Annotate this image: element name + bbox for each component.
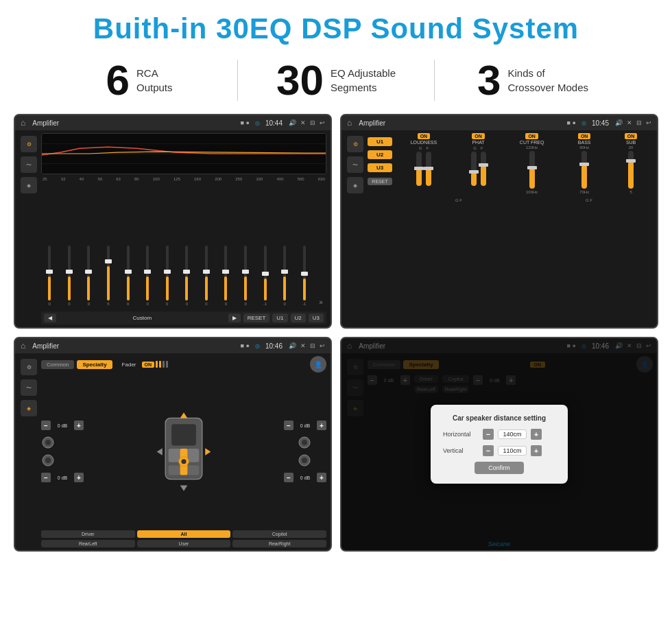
loudness-f-slider[interactable]	[426, 152, 431, 186]
eq-u2-btn[interactable]: U2	[291, 314, 306, 322]
distance-dialog: Car speaker distance setting Horizontal …	[431, 405, 568, 484]
loudness-g-slider[interactable]	[416, 152, 422, 186]
fader-fl-minus[interactable]: −	[41, 421, 51, 430]
eq-slider-6[interactable]: 0	[139, 246, 156, 306]
eq-reset-btn[interactable]: RESET	[243, 314, 270, 322]
fader-rr-plus[interactable]: +	[317, 473, 326, 482]
eq-slider-11[interactable]: 0	[237, 246, 254, 306]
dialog-horizontal-minus[interactable]: −	[483, 429, 494, 440]
fader-inner: ⚙ 〜 ◈ Common Specialty Fader ON	[19, 356, 326, 547]
xover-time: 10:45	[592, 119, 609, 127]
phat-g-slider[interactable]	[471, 152, 477, 186]
eq-expand-icon[interactable]: »	[315, 298, 326, 306]
fader-fl-row: − 0 dB +	[41, 421, 84, 430]
xover-reset-btn[interactable]: RESET	[368, 178, 392, 185]
fader-all-btn[interactable]: All	[137, 530, 231, 538]
eq-slider-12[interactable]: -1	[256, 246, 274, 306]
bass-on-badge[interactable]: ON	[578, 133, 591, 139]
eq-slider-9[interactable]: 0	[198, 246, 215, 306]
fader-rl-plus[interactable]: +	[74, 473, 84, 482]
eq-next-btn[interactable]: ▶	[228, 314, 241, 322]
fader-rl-minus[interactable]: −	[41, 473, 51, 482]
eq-prev-btn[interactable]: ◀	[44, 314, 56, 322]
xover-bass-col: ON BASS 90Hz 70Hz	[578, 133, 591, 194]
fader-eq-icon[interactable]: ⚙	[21, 359, 37, 375]
fader-wave-icon[interactable]: 〜	[21, 379, 37, 396]
eq-slider-2[interactable]: 0	[61, 246, 78, 306]
fader-home-icon[interactable]: ⌂	[21, 341, 25, 351]
xover-wave-icon[interactable]: 〜	[347, 156, 363, 173]
eq-x-icon[interactable]: ✕	[300, 119, 306, 126]
dialog-overlay: Car speaker distance setting Horizontal …	[341, 338, 657, 550]
eq-minimize-icon[interactable]: ⊟	[310, 119, 315, 126]
dialog-vertical-label: Vertical	[443, 447, 479, 454]
fader-balance-icon[interactable]: ◈	[21, 400, 37, 416]
fader-fl-plus[interactable]: +	[74, 421, 84, 430]
eq-home-icon[interactable]: ⌂	[21, 118, 25, 128]
fader-sidebar: ⚙ 〜 ◈	[19, 356, 38, 547]
eq-slider-3[interactable]: 0	[80, 246, 97, 306]
eq-slider-10[interactable]: 0	[217, 246, 235, 306]
fader-copilot-btn[interactable]: Copilot	[232, 530, 326, 538]
sub-label: SUB	[626, 140, 636, 145]
xover-location-icon: ◎	[581, 120, 586, 126]
loudness-on-badge[interactable]: ON	[418, 133, 431, 139]
xover-u2-btn[interactable]: U2	[368, 150, 392, 159]
xover-u3-btn[interactable]: U3	[368, 163, 392, 172]
fader-x-icon[interactable]: ✕	[300, 342, 306, 349]
eq-slider-8[interactable]: 0	[178, 246, 195, 306]
dialog-horizontal-plus[interactable]: +	[531, 429, 542, 440]
fader-driver-btn[interactable]: Driver	[41, 530, 135, 538]
freq-25: 25	[43, 177, 47, 181]
fader-profile-icon[interactable]: 👤	[310, 356, 326, 373]
eq-u3-btn[interactable]: U3	[309, 314, 324, 322]
eq-slider-13[interactable]: 0	[276, 246, 293, 306]
fader-rr-minus[interactable]: −	[284, 473, 293, 482]
sub-slider[interactable]	[628, 151, 634, 189]
eq-slider-14[interactable]: -1	[296, 246, 313, 306]
sub-on-badge[interactable]: ON	[625, 133, 638, 139]
eq-u1-btn[interactable]: U1	[272, 314, 287, 322]
eq-slider-5[interactable]: 0	[119, 246, 136, 306]
xover-x-icon[interactable]: ✕	[627, 119, 632, 126]
xover-eq-icon[interactable]: ⚙	[347, 136, 363, 152]
fader-rearright-btn[interactable]: RearRight	[232, 540, 326, 547]
xover-loudness-col: ON LOUDNESS G F	[411, 133, 437, 194]
bass-slider[interactable]	[581, 151, 587, 189]
dialog-vertical-minus[interactable]: −	[483, 445, 494, 456]
fader-fr-plus[interactable]: +	[317, 421, 326, 430]
dialog-vertical-plus[interactable]: +	[531, 445, 542, 456]
fader-back-icon[interactable]: ↩	[320, 342, 325, 349]
xover-u1-btn[interactable]: U1	[368, 137, 392, 146]
eq-slider-1[interactable]: 0	[41, 246, 58, 306]
xover-back-icon[interactable]: ↩	[646, 119, 651, 126]
eq-sidebar-eq-btn[interactable]: ⚙	[21, 136, 37, 152]
fader-specialty-tab[interactable]: Specialty	[77, 360, 112, 369]
fader-fr-minus[interactable]: −	[284, 421, 293, 430]
cutfreq-slider-area: 120Hz 100Hz	[526, 145, 538, 194]
fader-minimize-icon[interactable]: ⊟	[310, 342, 315, 349]
eq-sidebar-balance-btn[interactable]: ◈	[21, 177, 37, 193]
loudness-g: G	[419, 146, 422, 150]
svg-point-24	[302, 458, 307, 463]
cutfreq-on-badge[interactable]: ON	[525, 133, 538, 139]
xover-home-icon[interactable]: ⌂	[347, 118, 352, 128]
eq-slider-4[interactable]: 5	[100, 246, 117, 306]
xover-balance-icon[interactable]: ◈	[347, 177, 363, 193]
dialog-confirm-button[interactable]: Confirm	[475, 462, 524, 474]
fader-on-badge[interactable]: ON	[142, 362, 155, 368]
fader-rr-row: − 0 dB +	[284, 473, 326, 482]
phat-on-badge[interactable]: ON	[472, 133, 485, 139]
fader-common-tab[interactable]: Common	[41, 360, 74, 369]
stats-row: 6 RCAOutputs 30 EQ AdjustableSegments 3 …	[0, 52, 672, 108]
fader-user-btn[interactable]: User	[137, 540, 231, 547]
cutfreq-slider[interactable]	[529, 151, 535, 189]
xover-minimize-icon[interactable]: ⊟	[636, 119, 642, 126]
phat-f-slider[interactable]	[481, 152, 486, 186]
eq-freq-labels: 25 32 40 50 63 80 100 125 160 200 250 32…	[41, 177, 326, 181]
eq-slider-7[interactable]: 0	[158, 246, 176, 306]
eq-back-icon[interactable]: ↩	[320, 119, 325, 126]
fader-rearleft-btn[interactable]: RearLeft	[41, 540, 135, 547]
loudness-label: LOUDNESS	[411, 140, 437, 145]
eq-sidebar-wave-btn[interactable]: 〜	[21, 156, 37, 173]
